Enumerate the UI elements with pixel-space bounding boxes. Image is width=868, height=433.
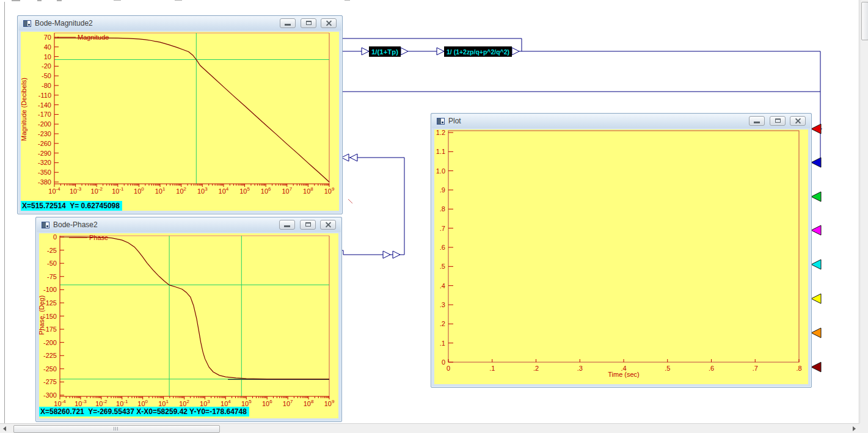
- svg-text:0: 0: [447, 365, 450, 372]
- svg-text:-80: -80: [42, 82, 51, 89]
- time-plot-chart: 1.21.11.0.9.8.7.6.5.4.3.2.100.1.2.3.4.5.…: [434, 129, 808, 384]
- titlebar[interactable]: Bode-Magnitude2: [18, 16, 341, 31]
- connector-arrow-yellow[interactable]: [811, 294, 821, 304]
- left-arrow-icon: [3, 426, 6, 431]
- flow-arrow-right: [437, 48, 444, 55]
- svg-text:101: 101: [158, 399, 169, 407]
- close-button[interactable]: [321, 18, 337, 28]
- svg-text:102: 102: [176, 186, 186, 195]
- scrollbar-corner: [859, 423, 868, 433]
- vertical-scroll-thumb[interactable]: [861, 2, 868, 40]
- svg-text:109: 109: [324, 186, 335, 195]
- bode-magnitude-plot-canvas[interactable]: 704010-20-50-80-110-140-170-200-230-260-…: [21, 32, 339, 211]
- svg-text:-200: -200: [43, 339, 57, 346]
- svg-text:Magnitude (Decibels): Magnitude (Decibels): [21, 78, 27, 141]
- window-bode-magnitude2[interactable]: Bode-Magnitude2 704010-20-50-80-110-140-…: [17, 15, 343, 214]
- maximize-icon: [306, 21, 312, 25]
- svg-text:.5: .5: [665, 365, 670, 372]
- connector-arrow-red[interactable]: [811, 124, 821, 134]
- horizontal-scrollbar[interactable]: [0, 423, 868, 433]
- svg-text:.5: .5: [440, 263, 445, 270]
- svg-text:.7: .7: [440, 225, 445, 232]
- svg-text:105: 105: [241, 399, 252, 407]
- hidden-connector-mark: [348, 199, 352, 203]
- window-icon: [23, 20, 31, 27]
- svg-text:-140: -140: [38, 101, 51, 109]
- transfer-function-label: 1/(1+Tp): [371, 48, 398, 56]
- flow-arrow-right: [512, 48, 519, 55]
- svg-text:0: 0: [53, 233, 57, 241]
- titlebar[interactable]: Plot: [432, 114, 811, 128]
- svg-text:1.1: 1.1: [436, 148, 445, 155]
- svg-text:.6: .6: [440, 244, 445, 251]
- svg-text:Magnitude: Magnitude: [78, 34, 109, 41]
- bode-magnitude-chart: 704010-20-50-80-110-140-170-200-230-260-…: [21, 32, 339, 211]
- scroll-left-button[interactable]: [0, 424, 10, 433]
- svg-text:-380: -380: [38, 178, 51, 186]
- scroll-right-button[interactable]: [849, 424, 859, 433]
- svg-text:1.2: 1.2: [436, 129, 445, 136]
- svg-text:10-2: 10-2: [95, 399, 108, 407]
- connector-arrow-orange[interactable]: [811, 328, 821, 338]
- maximize-button[interactable]: [301, 18, 316, 28]
- transfer-function-label: 1/ (1+2zp/q+p^2/q^2): [447, 48, 509, 56]
- svg-text:-75: -75: [47, 273, 57, 280]
- horizontal-scroll-thumb[interactable]: [13, 425, 220, 433]
- svg-text:100: 100: [134, 186, 144, 195]
- svg-text:106: 106: [261, 186, 271, 195]
- svg-text:10-4: 10-4: [48, 186, 60, 195]
- connector-arrow-blue[interactable]: [811, 158, 821, 167]
- flow-arrow-right: [383, 251, 390, 258]
- svg-text:-275: -275: [43, 378, 57, 385]
- svg-text:107: 107: [283, 399, 293, 407]
- connector-arrow-cyan[interactable]: [811, 260, 821, 269]
- time-plot-canvas[interactable]: 1.21.11.0.9.8.7.6.5.4.3.2.100.1.2.3.4.5.…: [434, 129, 808, 384]
- minimize-button[interactable]: [749, 116, 765, 126]
- svg-text:.2: .2: [440, 320, 445, 327]
- svg-text:103: 103: [197, 186, 208, 195]
- svg-text:.8: .8: [796, 365, 801, 372]
- svg-text:-50: -50: [42, 72, 51, 79]
- connector-arrow-darkred[interactable]: [811, 362, 821, 372]
- svg-text:10: 10: [44, 53, 51, 60]
- minimize-icon: [285, 24, 291, 26]
- svg-text:-250: -250: [43, 365, 57, 373]
- vissim-workspace: 1/(1+Tp)1/ (1+2zp/q+p^2/q^2) Bode-Magnit…: [0, 0, 868, 433]
- svg-text:-230: -230: [38, 130, 51, 137]
- svg-text:.1: .1: [440, 340, 445, 347]
- maximize-button[interactable]: [300, 220, 316, 230]
- svg-text:-20: -20: [42, 62, 51, 70]
- svg-text:106: 106: [262, 399, 272, 407]
- svg-text:10-2: 10-2: [91, 186, 103, 195]
- maximize-button[interactable]: [770, 116, 786, 126]
- flow-arrow-right: [393, 251, 400, 258]
- svg-text:-300: -300: [43, 391, 57, 399]
- window-plot[interactable]: Plot 1.21.11.0.9.8.7.6.5.4.3.2.100.1.2.3…: [431, 113, 812, 388]
- svg-text:.6: .6: [709, 365, 714, 372]
- svg-text:-150: -150: [43, 313, 57, 320]
- titlebar[interactable]: Bode-Phase2: [37, 218, 341, 232]
- vertical-scrollbar[interactable]: [860, 0, 868, 423]
- bode-phase-plot-canvas[interactable]: 0-25-50-75-100-125-150-175-200-225-250-2…: [39, 233, 338, 418]
- svg-text:.1: .1: [489, 365, 495, 372]
- svg-text:10-1: 10-1: [112, 186, 124, 195]
- svg-text:104: 104: [219, 186, 229, 195]
- svg-text:10-3: 10-3: [75, 399, 87, 407]
- connector-arrow-green[interactable]: [811, 192, 821, 202]
- window-bode-phase2[interactable]: Bode-Phase2 0-25-50-75-100-125-150-175-2…: [35, 217, 342, 422]
- connector-arrow-magenta[interactable]: [811, 225, 821, 235]
- minimize-button[interactable]: [279, 220, 295, 230]
- svg-text:-125: -125: [43, 299, 57, 307]
- svg-text:Phase, (Deg): Phase, (Deg): [39, 296, 45, 335]
- svg-text:10-3: 10-3: [70, 186, 82, 195]
- minimize-button[interactable]: [280, 18, 296, 28]
- svg-text:104: 104: [221, 399, 231, 407]
- flow-arrow-right: [401, 48, 408, 55]
- svg-text:-225: -225: [43, 352, 57, 359]
- close-button[interactable]: [320, 220, 336, 230]
- svg-text:102: 102: [179, 399, 189, 407]
- svg-text:1.0: 1.0: [436, 167, 445, 175]
- window-icon: [437, 118, 445, 125]
- svg-text:109: 109: [324, 399, 335, 407]
- close-button[interactable]: [790, 116, 806, 126]
